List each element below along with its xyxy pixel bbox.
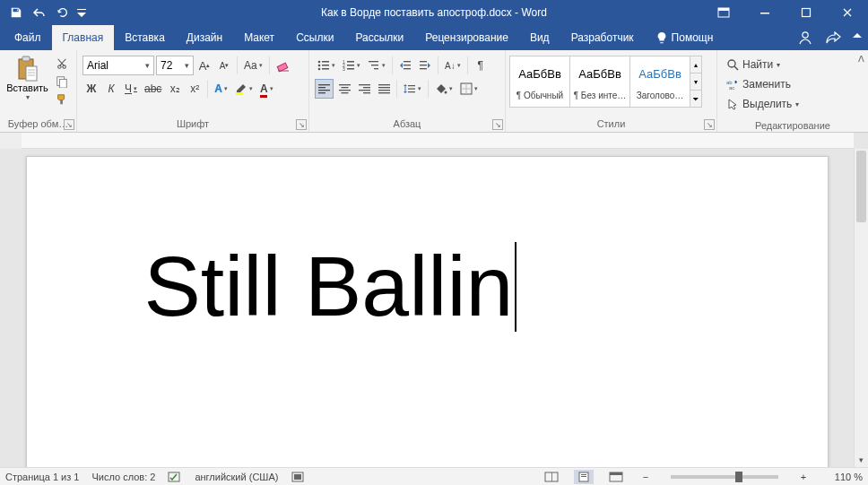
justify-button[interactable] [375, 79, 393, 99]
increase-indent-button[interactable] [416, 56, 434, 75]
zoom-level[interactable]: 110 % [823, 472, 863, 482]
undo-button[interactable] [29, 2, 50, 23]
svg-rect-63 [551, 472, 552, 481]
font-color-button[interactable]: A [257, 79, 276, 99]
font-size-combo[interactable]: 72▾ [156, 56, 194, 75]
italic-button[interactable]: К [102, 79, 120, 99]
view-print-layout[interactable] [574, 470, 594, 484]
minimize-button[interactable] [744, 0, 786, 25]
scroll-down-button[interactable]: ▾ [855, 453, 868, 467]
svg-rect-46 [378, 84, 390, 85]
shading-button[interactable] [432, 79, 456, 99]
redo-button[interactable] [52, 2, 74, 23]
style-heading1[interactable]: АаБбВв Заголово… [629, 56, 690, 108]
align-right-button[interactable] [355, 79, 373, 99]
show-marks-button[interactable]: ¶ [472, 56, 490, 75]
decrease-indent-button[interactable] [396, 56, 414, 75]
font-name-combo[interactable]: Arial▾ [82, 56, 154, 75]
tab-home[interactable]: Главная [52, 25, 115, 50]
zoom-slider[interactable] [671, 475, 778, 479]
status-language[interactable]: английский (США) [195, 472, 278, 482]
document-viewport[interactable]: Still Ballin [0, 149, 854, 467]
zoom-slider-knob[interactable] [735, 472, 742, 482]
collapse-ribbon-pin[interactable]: ᐱ [858, 54, 864, 64]
status-proofing-icon[interactable] [168, 471, 182, 483]
shrink-font-button[interactable]: A▾ [215, 56, 233, 75]
status-word-count[interactable]: Число слов: 2 [91, 472, 155, 482]
scroll-thumb[interactable] [856, 151, 866, 222]
tab-layout[interactable]: Макет [233, 25, 285, 50]
tell-me[interactable]: Помощн [645, 25, 725, 50]
share-icon [825, 30, 841, 45]
highlight-button[interactable] [232, 79, 256, 99]
horizontal-ruler[interactable] [22, 133, 854, 149]
align-center-button[interactable] [335, 79, 353, 99]
subscript-button[interactable]: x₂ [166, 79, 184, 99]
svg-rect-9 [59, 79, 66, 88]
share-button[interactable] [825, 30, 841, 45]
tab-view[interactable]: Вид [519, 25, 560, 50]
status-page[interactable]: Страница 1 из 1 [5, 472, 79, 482]
styles-launcher[interactable]: ↘ [704, 119, 715, 130]
tab-design[interactable]: Дизайн [176, 25, 233, 50]
align-left-button[interactable] [315, 79, 334, 99]
view-read-mode[interactable] [542, 470, 561, 484]
format-painter-button[interactable] [53, 91, 71, 108]
tab-references[interactable]: Ссылки [285, 25, 344, 50]
user-icon [798, 30, 816, 46]
bullets-button[interactable] [315, 56, 338, 75]
account-button[interactable] [798, 30, 816, 46]
group-editing: Найти ▾ abac Заменить Выделить ▾ Редакти… [717, 50, 868, 132]
vertical-scrollbar[interactable]: ▴ ▾ [854, 149, 868, 467]
customize-qat-button[interactable] [75, 2, 88, 23]
clear-formatting-button[interactable] [273, 56, 293, 75]
page[interactable]: Still Ballin [26, 156, 829, 467]
zoom-in-button[interactable]: + [796, 470, 811, 484]
sort-button[interactable]: A↓ [442, 56, 464, 75]
close-button[interactable] [827, 0, 868, 25]
paragraph-launcher[interactable]: ↘ [492, 119, 503, 130]
find-button[interactable]: Найти ▾ [726, 56, 799, 74]
svg-rect-6 [22, 56, 30, 61]
select-button[interactable]: Выделить ▾ [726, 95, 799, 113]
document-body-text[interactable]: Still Ballin [144, 242, 517, 332]
tab-developer[interactable]: Разработчик [560, 25, 645, 50]
tab-mailings[interactable]: Рассылки [344, 25, 414, 50]
status-macro-icon[interactable] [291, 471, 305, 483]
tab-file[interactable]: Файл [4, 25, 52, 50]
styles-scroll-up[interactable]: ▴ [690, 56, 701, 74]
ribbon-display-options[interactable] [703, 0, 744, 25]
superscript-button[interactable]: x² [186, 79, 204, 99]
styles-scroll-down[interactable]: ▾ [690, 74, 701, 91]
change-case-button[interactable]: Aa [241, 56, 265, 75]
style-normal[interactable]: АаБбВв ¶ Обычный [509, 56, 570, 108]
tab-insert[interactable]: Вставка [114, 25, 176, 50]
multilevel-list-button[interactable] [365, 56, 388, 75]
svg-rect-7 [26, 66, 37, 81]
view-web-layout[interactable] [606, 470, 626, 484]
styles-expand[interactable]: ⏷ [690, 91, 701, 107]
strikethrough-button[interactable]: abc [142, 79, 164, 99]
group-editing-label: Редактирование [755, 120, 830, 131]
zoom-out-button[interactable]: − [638, 470, 653, 484]
underline-button[interactable]: Ч [122, 79, 140, 99]
replace-button[interactable]: abac Заменить [726, 75, 799, 93]
collapse-ribbon-button[interactable] [852, 30, 863, 41]
borders-button[interactable] [457, 79, 481, 99]
save-button[interactable] [5, 2, 27, 23]
tab-review[interactable]: Рецензирование [414, 25, 519, 50]
style-no-spacing[interactable]: АаБбВв ¶ Без инте… [569, 56, 630, 108]
line-spacing-button[interactable] [401, 79, 424, 99]
group-font-label: Шрифт [177, 118, 209, 129]
font-launcher[interactable]: ↘ [296, 119, 307, 130]
paste-button[interactable]: Вставить ▾ [4, 52, 51, 101]
maximize-button[interactable] [786, 0, 827, 25]
text-effects-button[interactable]: A [212, 79, 230, 99]
bold-button[interactable]: Ж [82, 79, 100, 99]
clipboard-launcher[interactable]: ↘ [64, 119, 74, 130]
grow-font-button[interactable]: A▴ [195, 56, 213, 75]
text-content: Still Ballin [144, 238, 514, 333]
numbering-button[interactable]: 123 [340, 56, 363, 75]
cut-button[interactable] [53, 56, 71, 72]
copy-button[interactable] [53, 74, 71, 90]
